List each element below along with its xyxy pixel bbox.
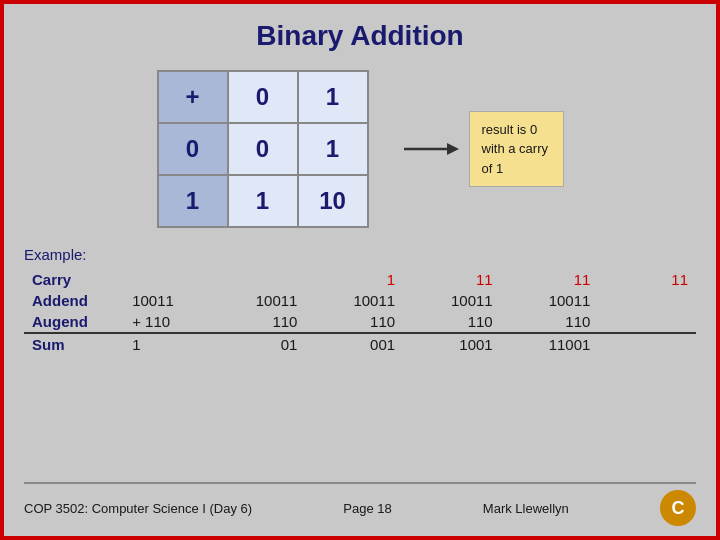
addend-col2: 10011: [305, 290, 403, 311]
carry-col3: 11: [403, 269, 501, 290]
carry-col1: [208, 269, 306, 290]
row0-label: 0: [158, 123, 228, 175]
carry-col4: 11: [501, 269, 599, 290]
addend-col3: 10011: [403, 290, 501, 311]
footer-left: COP 3502: Computer Science I (Day 6): [24, 501, 252, 516]
main-container: Binary Addition + 0 1 0 0 1 1 1 10: [4, 4, 716, 536]
table-row-1: 1 1 10: [158, 175, 368, 227]
augend-col4: 110: [501, 311, 599, 333]
result-box: result is 0 with a carry of 1: [469, 111, 564, 188]
result-line2: with a carry: [482, 141, 548, 156]
augend-col1: 110: [208, 311, 306, 333]
addend-col4: 10011: [501, 290, 599, 311]
augend-label: Augend: [24, 311, 124, 333]
arrow-result-container: result is 0 with a carry of 1: [399, 111, 564, 188]
sum-label: Sum: [24, 333, 124, 355]
footer-center: Page 18: [343, 501, 391, 516]
carry-col5: 11: [598, 269, 696, 290]
row0-col0: 0: [228, 123, 298, 175]
addend-label: Addend: [24, 290, 124, 311]
page-title: Binary Addition: [24, 20, 696, 52]
carry-sub: [124, 269, 208, 290]
example-table: Carry 1 11 11 11 Addend 10011 10011 1001…: [24, 269, 696, 355]
addend-col5: [598, 290, 696, 311]
footer: COP 3502: Computer Science I (Day 6) Pag…: [24, 482, 696, 526]
addend-row: Addend 10011 10011 10011 10011 10011: [24, 290, 696, 311]
augend-sub: + 110: [124, 311, 208, 333]
table-header-row: + 0 1: [158, 71, 368, 123]
carry-label: Carry: [24, 269, 124, 290]
row1-col1: 10: [298, 175, 368, 227]
row1-col0: 1: [228, 175, 298, 227]
svg-marker-1: [447, 143, 459, 155]
header-1: 1: [298, 71, 368, 123]
addition-table: + 0 1 0 0 1 1 1 10: [157, 70, 369, 228]
sum-col2: 001: [305, 333, 403, 355]
carry-col2: 1: [305, 269, 403, 290]
augend-col5: [598, 311, 696, 333]
footer-logo: C: [660, 490, 696, 526]
addend-col1: 10011: [208, 290, 306, 311]
sum-col3: 1001: [403, 333, 501, 355]
augend-col3: 110: [403, 311, 501, 333]
carry-row: Carry 1 11 11 11: [24, 269, 696, 290]
augend-row: Augend + 110 110 110 110 110: [24, 311, 696, 333]
header-plus: +: [158, 71, 228, 123]
augend-col2: 110: [305, 311, 403, 333]
table-row-0: 0 0 1: [158, 123, 368, 175]
sum-col1: 01: [208, 333, 306, 355]
row1-label: 1: [158, 175, 228, 227]
example-label: Example:: [24, 246, 696, 263]
result-line1: result is 0: [482, 122, 538, 137]
sum-sub: 1: [124, 333, 208, 355]
row0-col1: 1: [298, 123, 368, 175]
result-line3: of 1: [482, 161, 504, 176]
arrow: [399, 129, 459, 169]
sum-col5: [598, 333, 696, 355]
sum-col4: 11001: [501, 333, 599, 355]
footer-right: Mark Llewellyn: [483, 501, 569, 516]
header-0: 0: [228, 71, 298, 123]
sum-row: Sum 1 01 001 1001 11001: [24, 333, 696, 355]
addend-sub: 10011: [124, 290, 208, 311]
top-section: + 0 1 0 0 1 1 1 10 re: [24, 70, 696, 228]
